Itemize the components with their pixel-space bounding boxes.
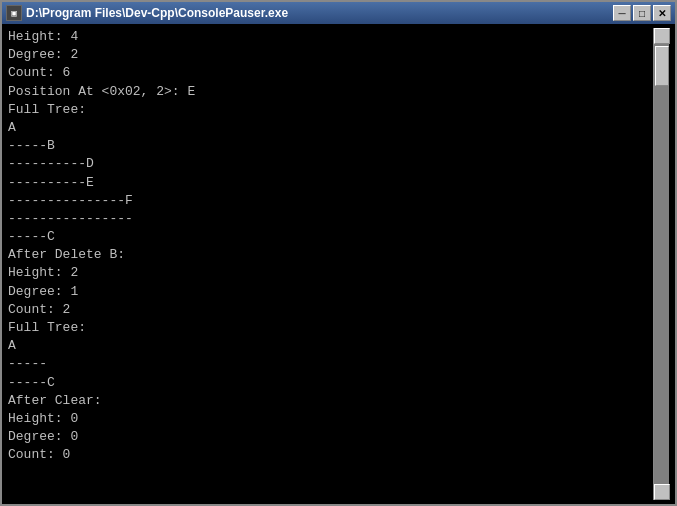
console-output: Height: 4 Degree: 2 Count: 6 Position At… — [8, 28, 653, 500]
close-button[interactable]: ✕ — [653, 5, 671, 21]
scroll-down-button[interactable]: ▼ — [654, 484, 670, 500]
scroll-track[interactable] — [654, 44, 669, 484]
window-title: D:\Program Files\Dev-Cpp\ConsolePauser.e… — [26, 6, 288, 20]
minimize-button[interactable]: ─ — [613, 5, 631, 21]
scroll-up-button[interactable]: ▲ — [654, 28, 670, 44]
scroll-thumb[interactable] — [655, 46, 669, 86]
main-window: ▣ D:\Program Files\Dev-Cpp\ConsolePauser… — [0, 0, 677, 506]
title-bar-left: ▣ D:\Program Files\Dev-Cpp\ConsolePauser… — [6, 5, 288, 21]
scrollbar[interactable]: ▲ ▼ — [653, 28, 669, 500]
console-area: Height: 4 Degree: 2 Count: 6 Position At… — [2, 24, 675, 504]
maximize-button[interactable]: □ — [633, 5, 651, 21]
title-bar: ▣ D:\Program Files\Dev-Cpp\ConsolePauser… — [2, 2, 675, 24]
title-buttons: ─ □ ✕ — [613, 5, 671, 21]
app-icon: ▣ — [6, 5, 22, 21]
